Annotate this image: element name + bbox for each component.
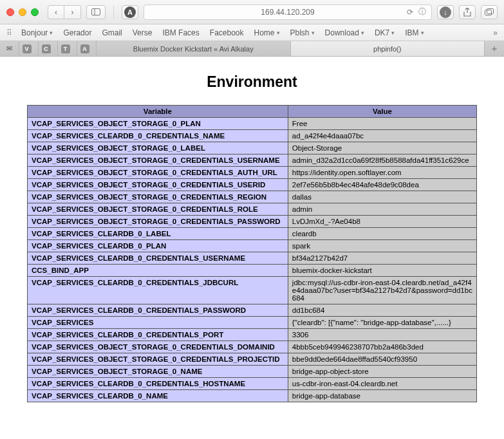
traffic-lights <box>6 8 39 16</box>
pinned-tab[interactable]: C <box>39 41 58 56</box>
table-row: VCAP_SERVICES_OBJECT_STORAGE_0_CREDENTIA… <box>28 353 477 366</box>
reload-icon[interactable]: ⟳ <box>407 8 413 17</box>
env-variable-name: VCAP_SERVICES_OBJECT_STORAGE_0_CREDENTIA… <box>28 216 288 228</box>
tabs-button[interactable] <box>481 5 498 19</box>
env-variable-value: 2ef7e56b5b8b4ec484afe48de9c08dea <box>288 179 476 191</box>
pinned-tab[interactable]: A <box>77 41 97 56</box>
env-variable-name: VCAP_SERVICES_OBJECT_STORAGE_0_CREDENTIA… <box>28 203 288 216</box>
env-variable-value: dallas <box>288 191 476 203</box>
bookmark-item[interactable]: Gmail <box>102 28 122 37</box>
bookmark-label: Pblsh <box>290 28 310 37</box>
env-variable-name: VCAP_SERVICES_OBJECT_STORAGE_0_CREDENTIA… <box>28 167 288 179</box>
env-variable-name: VCAP_SERVICES_CLEARDB_0_NAME <box>28 390 288 402</box>
maximize-button[interactable] <box>31 8 39 16</box>
bookmark-item[interactable]: Home▾ <box>254 28 280 37</box>
bookmark-label: Download <box>325 28 359 37</box>
env-variable-value: bridge-app-database <box>288 390 476 402</box>
bookmark-item[interactable]: IBM Faces <box>162 28 199 37</box>
table-row: VCAP_SERVICES_OBJECT_STORAGE_0_CREDENTIA… <box>28 341 477 353</box>
tab-bluemix[interactable]: Bluemix Docker Kickstart « Avi Alkalay <box>97 41 291 56</box>
env-variable-value: cleardb <box>288 228 476 240</box>
share-button[interactable] <box>459 5 476 19</box>
bookmark-item[interactable]: DK7▾ <box>375 28 395 37</box>
favorites-grid-icon[interactable]: ⠿ <box>6 28 11 37</box>
env-variable-name: VCAP_SERVICES_CLEARDB_0_CREDENTIALS_USER… <box>28 252 288 265</box>
adblock-button[interactable]: A <box>122 5 138 19</box>
env-variable-value: bridge-app-object-store <box>288 366 476 378</box>
bookmark-item[interactable]: Gerador <box>63 28 91 37</box>
reader-icon[interactable]: ⓘ <box>418 6 426 17</box>
env-variable-name: VCAP_SERVICES_CLEARDB_0_CREDENTIALS_PASS… <box>28 304 288 317</box>
table-row: VCAP_SERVICES_CLEARDB_0_CREDENTIALS_JDBC… <box>28 277 477 304</box>
svg-rect-0 <box>92 9 100 15</box>
share-icon <box>463 8 471 17</box>
env-variable-value: bluemix-docker-kickstart <box>288 265 476 277</box>
tab-mail[interactable]: ✉ <box>0 41 19 56</box>
bookmarks-overflow-icon[interactable]: » <box>493 28 498 37</box>
pinned-tab[interactable]: V <box>19 41 39 56</box>
tabs-icon <box>485 8 494 15</box>
table-row: VCAP_SERVICES_CLEARDB_0_CREDENTIALS_HOST… <box>28 378 477 390</box>
table-row: VCAP_SERVICES_OBJECT_STORAGE_0_CREDENTIA… <box>28 191 477 203</box>
pinned-tab-icon: V <box>23 44 32 53</box>
table-row: CCS_BIND_APPbluemix-docker-kickstart <box>28 265 477 277</box>
pinned-tab-icon: C <box>42 44 51 53</box>
env-variable-name: VCAP_SERVICES_CLEARDB_0_CREDENTIALS_NAME <box>28 130 288 142</box>
new-tab-button[interactable]: ＋ <box>485 41 504 56</box>
pinned-tab-icon: A <box>80 44 89 53</box>
env-variable-name: VCAP_SERVICES_CLEARDB_0_PLAN <box>28 240 288 252</box>
chevron-down-icon: ▾ <box>50 30 53 36</box>
nav-back-forward: ‹ › <box>48 5 81 19</box>
forward-button[interactable]: › <box>64 5 81 19</box>
bookmark-label: Facebook <box>210 28 244 37</box>
env-variable-value: jdbc:mysql://us-cdbr-iron-east-04.cleard… <box>288 277 476 304</box>
bookmark-item[interactable]: Verse <box>133 28 153 37</box>
tab-phpinfo[interactable]: phpinfo() <box>291 41 485 56</box>
close-button[interactable] <box>6 8 14 16</box>
env-variable-name: VCAP_SERVICES_OBJECT_STORAGE_0_CREDENTIA… <box>28 154 288 167</box>
chevron-down-icon: ▾ <box>421 30 424 36</box>
env-variable-name: VCAP_SERVICES_OBJECT_STORAGE_0_CREDENTIA… <box>28 353 288 366</box>
env-variable-name: VCAP_SERVICES_OBJECT_STORAGE_0_CREDENTIA… <box>28 191 288 203</box>
address-bar[interactable]: 169.44.120.209 ⟳ ⓘ <box>144 5 432 20</box>
bookmark-item[interactable]: Pblsh▾ <box>290 28 315 37</box>
table-row: VCAP_SERVICES_CLEARDB_0_CREDENTIALS_PASS… <box>28 304 477 317</box>
minimize-button[interactable] <box>19 8 26 16</box>
svg-rect-3 <box>487 9 494 14</box>
table-row: VCAP_SERVICES_OBJECT_STORAGE_0_CREDENTIA… <box>28 167 477 179</box>
col-variable: Variable <box>28 106 288 118</box>
table-row: VCAP_SERVICES_CLEARDB_0_CREDENTIALS_USER… <box>28 252 477 265</box>
downloads-button[interactable]: ↓ <box>437 5 454 19</box>
table-row: VCAP_SERVICES_CLEARDB_0_NAMEbridge-app-d… <box>28 390 477 402</box>
table-row: VCAP_SERVICES_CLEARDB_0_CREDENTIALS_NAME… <box>28 130 477 142</box>
adblock-icon: A <box>124 6 136 18</box>
chevron-down-icon: ▾ <box>391 30 395 36</box>
env-variable-name: VCAP_SERVICES_OBJECT_STORAGE_0_NAME <box>28 366 288 378</box>
env-variable-name: CCS_BIND_APP <box>28 265 288 277</box>
table-header-row: Variable Value <box>28 106 477 118</box>
env-variable-value: https://identity.open.softlayer.com <box>288 167 476 179</box>
bookmark-item[interactable]: Download▾ <box>325 28 364 37</box>
env-variable-value: us-cdbr-iron-east-04.cleardb.net <box>288 378 476 390</box>
bookmark-label: IBM <box>405 28 418 37</box>
pinned-tab[interactable]: T <box>58 41 77 56</box>
tab-label: Bluemix Docker Kickstart « Avi Alkalay <box>133 45 254 53</box>
back-button[interactable]: ‹ <box>48 5 64 19</box>
bookmark-item[interactable]: Bonjour▾ <box>21 28 53 37</box>
env-variable-name: VCAP_SERVICES_CLEARDB_0_CREDENTIALS_JDBC… <box>28 277 288 304</box>
pinned-tab-icon: T <box>61 44 70 53</box>
env-variable-value: bf34a2127b42d7 <box>288 252 476 265</box>
page-content: Environment Variable Value VCAP_SERVICES… <box>0 57 504 422</box>
table-row: VCAP_SERVICES_CLEARDB_0_CREDENTIALS_PORT… <box>28 329 477 341</box>
env-variable-value: 4bbb5ceb949946238707bb2a486b3ded <box>288 341 476 353</box>
env-variable-name: VCAP_SERVICES_OBJECT_STORAGE_0_PLAN <box>28 118 288 130</box>
env-variable-value: 3306 <box>288 329 476 341</box>
svg-rect-2 <box>485 10 492 15</box>
env-variable-value: LvDJmXd_-?Ae04b8 <box>288 216 476 228</box>
bookmark-item[interactable]: Facebook <box>210 28 244 37</box>
sidebar-button[interactable] <box>86 5 106 19</box>
sidebar-icon <box>91 8 100 15</box>
bookmark-item[interactable]: IBM▾ <box>405 28 424 37</box>
env-variable-value: ad_a42f4e4daaa07bc <box>288 130 476 142</box>
bookmarks-bar: ⠿ Bonjour▾GeradorGmailVerseIBM FacesFace… <box>0 24 504 41</box>
